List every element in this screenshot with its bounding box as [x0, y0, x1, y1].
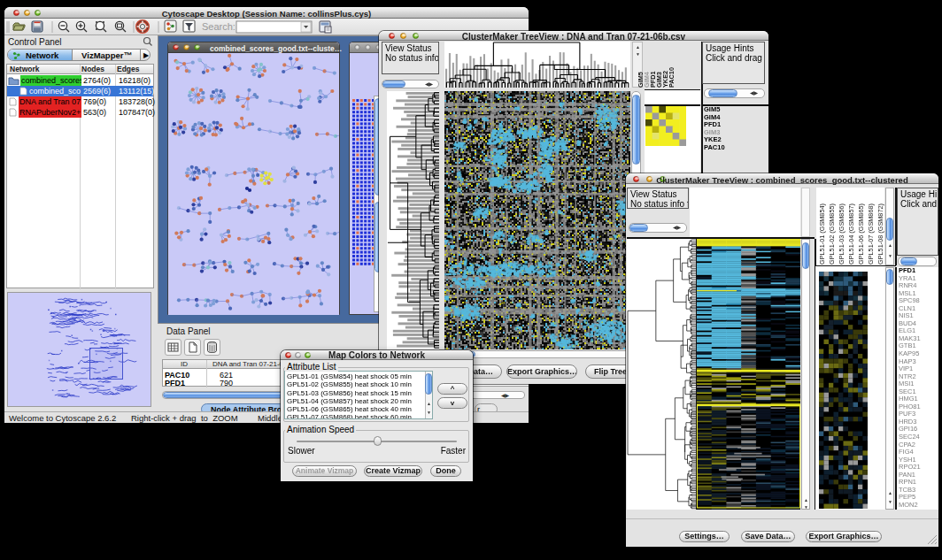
svg-text:Search:: Search:	[202, 21, 236, 32]
